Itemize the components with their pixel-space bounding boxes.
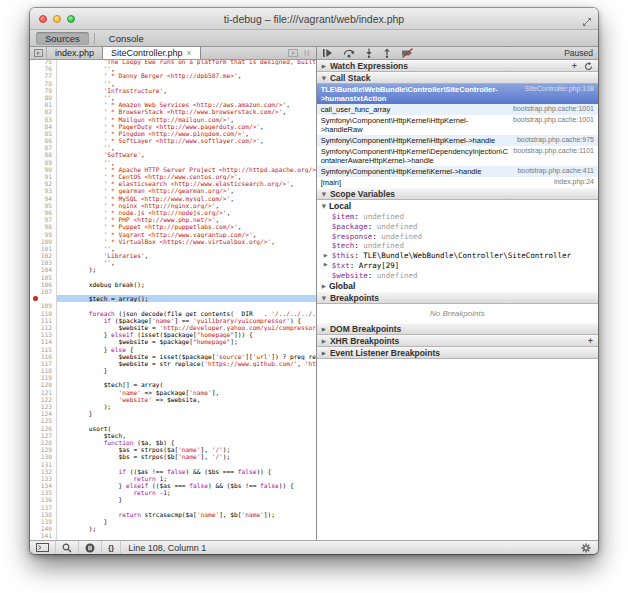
gutter-line-139[interactable]: 139 [30, 518, 56, 525]
code-line-77[interactable]: ' * Danny Berger <http://dpb587.me>', [57, 72, 316, 79]
callstack-frame[interactable]: bootstrap.php.cache:1101Symfony\Componen… [317, 146, 598, 166]
watch-expressions-header[interactable]: ▶ Watch Expressions + [317, 60, 598, 72]
code-line-121[interactable]: 'name' => $package['name'], [57, 389, 316, 396]
code-line-117[interactable]: $website = str_replace('https://www.gith… [57, 360, 316, 367]
code-line-107[interactable] [57, 288, 316, 295]
add-watch-icon[interactable]: + [572, 62, 577, 71]
gutter-line-129[interactable]: 129 [30, 446, 56, 453]
scope-variable[interactable]: ▶$this: TLE\Bundle\WebBundle\Controller\… [317, 251, 598, 261]
gutter-line-87[interactable]: 87 [30, 144, 56, 151]
gutter-line-82[interactable]: 82 [30, 108, 56, 115]
code-line-106[interactable]: xdebug_break(); [57, 281, 316, 288]
gutter-line-108[interactable]: 108 [30, 295, 56, 302]
code-line-120[interactable]: $tech[] = array( [57, 381, 316, 388]
fullscreen-icon[interactable] [582, 13, 592, 31]
code-line-83[interactable]: ' * Mailgun <http://mailgun.com/>', [57, 116, 316, 123]
step-over-button[interactable] [343, 48, 355, 58]
console-toggle-button[interactable] [30, 541, 56, 554]
gutter-line-140[interactable]: 140 [30, 525, 56, 532]
code-line-122[interactable]: 'website' => $website, [57, 396, 316, 403]
code-line-129[interactable]: $as = strpos($a['name'], '/'); [57, 446, 316, 453]
code-line-97[interactable]: ' * PHP <http://www.php.net/>', [57, 216, 316, 223]
code-line-125[interactable] [57, 417, 316, 424]
file-tab-sitecontroller-php[interactable]: SiteController.php × [102, 47, 201, 59]
pause-on-exceptions-button[interactable] [79, 541, 102, 554]
gutter-line-126[interactable]: 126 [30, 425, 56, 432]
close-window-button[interactable] [39, 15, 47, 23]
code-line-102[interactable]: 'Libraries', [57, 252, 316, 259]
code-line-109[interactable] [57, 302, 316, 309]
gutter-line-83[interactable]: 83 [30, 116, 56, 123]
code-line-103[interactable]: '', [57, 259, 316, 266]
gutter-line-85[interactable]: 85 [30, 130, 56, 137]
scope-group-header[interactable]: ▼Local [317, 200, 598, 212]
gutter-line-95[interactable]: 95 [30, 202, 56, 209]
code-line-104[interactable]: ); [57, 266, 316, 273]
scope-group-header[interactable]: ▶Global [317, 280, 598, 292]
gutter[interactable]: 7576777879808182838485868788899091929394… [30, 60, 57, 540]
code-line-116[interactable]: $website = isset($package['source']['url… [57, 353, 316, 360]
step-into-button[interactable] [365, 48, 373, 58]
step-out-button[interactable] [383, 48, 391, 58]
gutter-line-114[interactable]: 114 [30, 338, 56, 345]
gutter-line-105[interactable]: 105 [30, 274, 56, 281]
code-line-135[interactable]: return -1; [57, 489, 316, 496]
code-line-86[interactable]: ' * SoftLayer <http://www.softlayer.com/… [57, 137, 316, 144]
gutter-line-117[interactable]: 117 [30, 360, 56, 367]
gutter-line-118[interactable]: 118 [30, 367, 56, 374]
settings-gear-icon[interactable] [574, 541, 598, 554]
code-line-96[interactable]: ' * node.js <http://nodejs.org/>', [57, 209, 316, 216]
gutter-line-80[interactable]: 80 [30, 94, 56, 101]
code-line-133[interactable]: return 1; [57, 475, 316, 482]
code-line-119[interactable] [57, 374, 316, 381]
file-tab-index-php[interactable]: index.php [47, 47, 103, 59]
gutter-line-91[interactable]: 91 [30, 173, 56, 180]
code-line-100[interactable]: ' * VirtualBox <https://www.virtualbox.o… [57, 238, 316, 245]
add-xhr-breakpoint-icon[interactable]: + [588, 337, 593, 346]
code-line-134[interactable]: } elseif (($as === false) && ($bs !== fa… [57, 482, 316, 489]
code-line-123[interactable]: ); [57, 403, 316, 410]
gutter-line-89[interactable]: 89 [30, 159, 56, 166]
gutter-line-131[interactable]: 131 [30, 461, 56, 468]
code-line-110[interactable]: foreach (json_decode(file_get_contents(_… [57, 310, 316, 317]
code-line-137[interactable] [57, 504, 316, 511]
code-line-141[interactable] [57, 532, 316, 539]
gutter-line-121[interactable]: 121 [30, 389, 56, 396]
gutter-line-79[interactable]: 79 [30, 87, 56, 94]
gutter-line-112[interactable]: 112 [30, 324, 56, 331]
code-line-89[interactable]: '', [57, 159, 316, 166]
gutter-line-111[interactable]: 111 [30, 317, 56, 324]
gutter-line-98[interactable]: 98 [30, 223, 56, 230]
call-stack-header[interactable]: ▼ Call Stack [317, 72, 598, 84]
code-line-115[interactable]: } else { [57, 346, 316, 353]
scope-variables-header[interactable]: ▼ Scope Variables [317, 188, 598, 200]
gutter-line-96[interactable]: 96 [30, 209, 56, 216]
callstack-frame[interactable]: index.php:24[main] [317, 177, 598, 188]
code-line-90[interactable]: ' * Apache HTTP Server Project <http://h… [57, 166, 316, 173]
callstack-frame[interactable]: bootstrap.php.cache:1001call_user_func_a… [317, 104, 598, 115]
gutter-line-120[interactable]: 120 [30, 381, 56, 388]
code-line-127[interactable]: $tech, [57, 432, 316, 439]
callstack-frame[interactable]: SiteController.php:108TLE\Bundle\WebBund… [317, 84, 598, 104]
code-line-111[interactable]: if ($package['name'] == 'yuilibrary/yuic… [57, 317, 316, 324]
code-line-113[interactable]: } elseif (isset($package["homepage"])) { [57, 331, 316, 338]
gutter-line-100[interactable]: 100 [30, 238, 56, 245]
callstack-frame[interactable]: bootstrap.php.cache:1001Symfony\Componen… [317, 115, 598, 135]
code-lines[interactable]: 'The Loopy Ewe runs on a platform that i… [57, 60, 316, 540]
gutter-line-116[interactable]: 116 [30, 353, 56, 360]
gutter-line-135[interactable]: 135 [30, 489, 56, 496]
code-line-85[interactable]: ' * Pingdom <http://www.pingdom.com/>', [57, 130, 316, 137]
code-line-81[interactable]: ' * Amazon Web Services <http://aws.amaz… [57, 101, 316, 108]
gutter-line-76[interactable]: 76 [30, 65, 56, 72]
gutter-line-92[interactable]: 92 [30, 180, 56, 187]
gutter-line-103[interactable]: 103 [30, 259, 56, 266]
code-line-118[interactable]: } [57, 367, 316, 374]
code-line-93[interactable]: ' * gearman <http://gearman.org/>', [57, 187, 316, 194]
code-line-112[interactable]: $website = 'http://developer.yahoo.com/y… [57, 324, 316, 331]
code-line-84[interactable]: ' * PagerDuty <http://www.pagerduty.com/… [57, 123, 316, 130]
search-icon[interactable] [56, 541, 79, 554]
code-line-91[interactable]: ' * CentOS <http://www.centos.org/>', [57, 173, 316, 180]
xhr-breakpoints-header[interactable]: ▶ XHR Breakpoints + [317, 335, 598, 347]
code-line-140[interactable]: ); [57, 525, 316, 532]
code-line-139[interactable]: } [57, 518, 316, 525]
